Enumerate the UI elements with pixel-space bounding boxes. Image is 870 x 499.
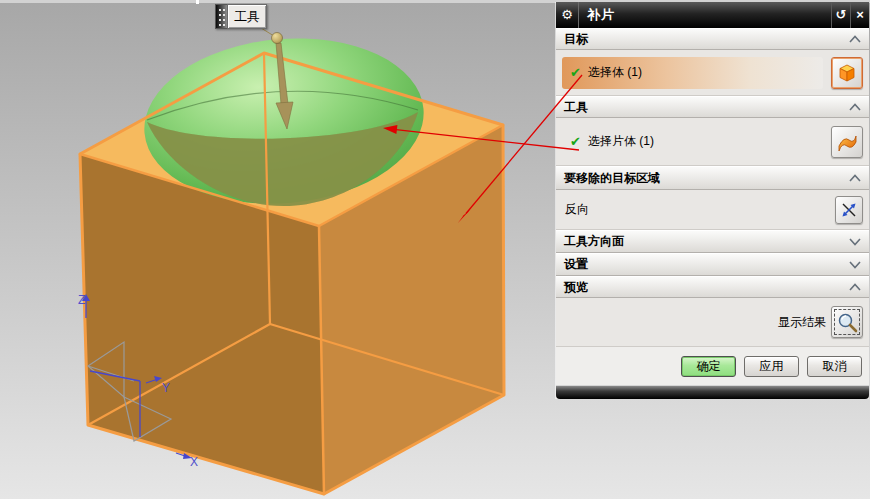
select-sheet-label: 选择片体 (1) bbox=[588, 133, 654, 150]
z-axis-label: Z bbox=[78, 293, 85, 307]
chevron-up-icon[interactable] bbox=[849, 35, 861, 43]
section-label-tool-direction: 工具方向面 bbox=[564, 233, 624, 250]
reset-button[interactable]: ↺ bbox=[831, 2, 850, 28]
cancel-button[interactable]: 取消 bbox=[807, 356, 862, 377]
section-label-remove-region: 要移除的目标区域 bbox=[564, 170, 660, 187]
solid-body-cube-icon bbox=[836, 62, 858, 84]
close-button[interactable]: × bbox=[850, 2, 869, 28]
reverse-direction-button[interactable] bbox=[835, 196, 863, 224]
check-icon: ✔ bbox=[570, 65, 581, 80]
toolbar-grip-handle[interactable] bbox=[215, 4, 227, 29]
section-header-tool-direction[interactable]: 工具方向面 bbox=[556, 230, 869, 253]
dialog-titlebar[interactable]: ⚙ 补片 ↺ × bbox=[556, 2, 869, 28]
sheet-body-icon bbox=[836, 131, 858, 153]
select-body-label: 选择体 (1) bbox=[588, 64, 642, 81]
patch-dialog: ⚙ 补片 ↺ × 目标 ✔ 选择体 (1) 工具 ✔ bbox=[556, 2, 869, 399]
floating-toolbar-tools[interactable]: 工具 bbox=[215, 4, 267, 29]
select-body-button[interactable] bbox=[831, 57, 863, 89]
check-icon: ✔ bbox=[570, 134, 581, 149]
chevron-up-icon[interactable] bbox=[849, 103, 861, 111]
target-panel: ✔ 选择体 (1) bbox=[556, 50, 869, 96]
y-axis-label: Y bbox=[162, 381, 170, 395]
section-label-settings: 设置 bbox=[564, 256, 588, 273]
select-body-row[interactable]: ✔ 选择体 (1) bbox=[562, 57, 823, 89]
remove-region-panel: 反向 bbox=[556, 190, 869, 230]
handle-origin-ball[interactable] bbox=[272, 33, 283, 44]
dialog-title: 补片 bbox=[579, 6, 831, 24]
chevron-up-icon[interactable] bbox=[849, 174, 861, 182]
section-header-remove-region[interactable]: 要移除的目标区域 bbox=[556, 166, 869, 190]
x-axis-label: X bbox=[190, 455, 198, 469]
section-header-target[interactable]: 目标 bbox=[556, 28, 869, 50]
dialog-footer: 确定 应用 取消 bbox=[556, 347, 869, 385]
section-header-settings[interactable]: 设置 bbox=[556, 253, 869, 276]
chevron-up-icon[interactable] bbox=[849, 283, 861, 291]
tool-panel: ✔ 选择片体 (1) bbox=[556, 118, 869, 166]
chevron-down-icon[interactable] bbox=[849, 238, 861, 246]
preview-panel: 显示结果 bbox=[556, 298, 869, 347]
magnifier-icon bbox=[835, 310, 859, 334]
apply-button[interactable]: 应用 bbox=[744, 356, 799, 377]
show-result-label: 显示结果 bbox=[778, 314, 826, 331]
ok-button[interactable]: 确定 bbox=[681, 356, 736, 377]
reverse-direction-icon bbox=[840, 201, 858, 219]
section-label-preview: 预览 bbox=[564, 279, 588, 296]
section-header-tool[interactable]: 工具 bbox=[556, 96, 869, 118]
show-result-button[interactable] bbox=[831, 306, 863, 338]
toolbar-title: 工具 bbox=[227, 4, 267, 29]
chevron-down-icon[interactable] bbox=[849, 261, 861, 269]
section-header-preview[interactable]: 预览 bbox=[556, 276, 869, 298]
top-edge-tick bbox=[196, 0, 199, 4]
reverse-label: 反向 bbox=[562, 201, 835, 218]
select-sheet-button[interactable] bbox=[831, 126, 863, 158]
dialog-menu-gear-icon[interactable]: ⚙ bbox=[556, 2, 579, 28]
section-label-target: 目标 bbox=[564, 31, 588, 48]
dialog-bottom-drag-bar[interactable] bbox=[556, 385, 869, 399]
select-sheet-row[interactable]: ✔ 选择片体 (1) bbox=[562, 126, 823, 158]
section-label-tool: 工具 bbox=[564, 99, 588, 116]
